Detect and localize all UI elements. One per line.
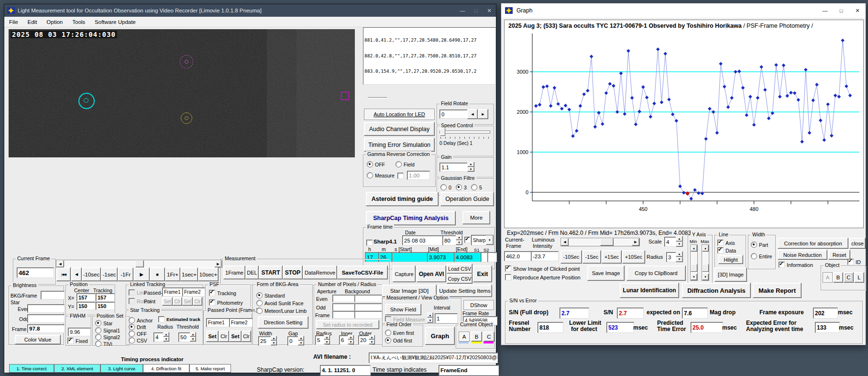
gamma-off-radio[interactable]: OFF [367, 161, 385, 167]
scroll-down-icon[interactable]: ▼ [691, 274, 697, 280]
auto-location-led-button[interactable]: Auto Location for LED [364, 109, 435, 120]
line-axis-checkbox[interactable]: Axis [717, 240, 735, 246]
avoid-sunlit-radio[interactable]: Avoid Sunlit Face [256, 300, 304, 306]
operation-guide-button[interactable]: Operation Guide [440, 192, 494, 206]
title-bar[interactable]: Graph — □ ✕ [501, 3, 866, 18]
linked-set1-button[interactable]: Set [162, 297, 173, 306]
data-remove-button[interactable]: DataRemove [303, 265, 337, 279]
measurement-data-list[interactable]: 881.0,41.2,"",17,27,28.5480,28.6490,17,2… [363, 27, 496, 85]
sharpcap-version-field[interactable]: 4. 1. 11251. 0 [320, 365, 371, 376]
bkg-frame-field[interactable] [41, 291, 65, 299]
anchor-radio[interactable]: Anchor [129, 317, 153, 323]
object-a-button[interactable]: A [459, 332, 470, 342]
diffraction-analysis-button[interactable]: Diffraction Analysis [682, 283, 751, 298]
object-b-button[interactable]: B [471, 332, 482, 342]
object-l-button[interactable]: L [854, 272, 864, 283]
image-3d-button[interactable]: [3D] Image [714, 267, 747, 282]
step-back-button[interactable]: ◀ [71, 267, 82, 281]
meteor-limb-radio[interactable]: Meteor/Lunar Limb [256, 308, 307, 314]
plus-1sec-button[interactable]: 1sec+ [180, 267, 198, 281]
plus-10sec-button[interactable]: 10sec+ [198, 267, 219, 281]
px-even-ap-field[interactable] [332, 295, 356, 302]
gain-input[interactable]: 1.1 [439, 163, 469, 172]
asteroid-guide-button[interactable]: Asteroid timing guide [366, 192, 439, 206]
graph-button[interactable]: Graph [425, 327, 455, 345]
menu-file[interactable]: File [4, 19, 23, 25]
current-frame-field[interactable]: 462 [17, 267, 54, 278]
stop-measure-button[interactable]: STOP [283, 265, 303, 279]
posset-tivi-radio[interactable]: TIVi [95, 341, 112, 347]
mid-field[interactable]: 3.9073 [427, 252, 456, 262]
scroll-down-icon[interactable]: ▼ [702, 274, 709, 280]
pp-clr1-button[interactable]: Clr [219, 331, 229, 342]
st-radius-spinner[interactable]: ▲▼ [163, 332, 169, 342]
menu-edit[interactable]: Edit [23, 19, 42, 25]
x-tracking-field[interactable]: 157 [96, 293, 115, 301]
scroll-left-icon[interactable]: ◀ [56, 260, 64, 267]
open-avi-button[interactable]: Open AVI [417, 265, 446, 282]
pp-frame2-field[interactable]: Frame2 [229, 318, 253, 327]
line-data-checkbox[interactable]: Data [717, 247, 736, 254]
close-button[interactable]: close [849, 238, 866, 249]
start-field[interactable] [392, 252, 429, 262]
graph-scrollbar[interactable]: ◀ ▶ [560, 238, 640, 246]
gamma-measure-radio[interactable]: Measure [367, 172, 395, 178]
show-field-button[interactable]: Show Field [385, 304, 421, 315]
menu-tools[interactable]: Tools [67, 19, 90, 25]
object-c-button[interactable]: C [483, 332, 494, 342]
set-radius-button[interactable]: Set radius to recorded [316, 320, 379, 329]
gaussian-5-radio[interactable]: 5 [471, 184, 482, 190]
video-display[interactable]: 2025 08 03 17:26:04:030 [9, 29, 355, 157]
pp-set1-button[interactable]: Set [206, 331, 219, 342]
s2-field[interactable] [487, 252, 497, 262]
load-csv-button[interactable]: Load CSV [447, 264, 472, 274]
px-odd-bg-field[interactable] [354, 303, 382, 311]
lower-limit-field[interactable]: 523 [606, 322, 634, 333]
minus-1fr-button[interactable]: -1Fr [118, 267, 133, 281]
hilight-button[interactable]: Hilight [718, 255, 743, 264]
px-even-bg-field[interactable] [354, 295, 382, 302]
lunar-identification-button[interactable]: Lunar Identification [620, 283, 679, 298]
minus-1sec-button[interactable]: -1Sec [582, 250, 601, 264]
object-a-button[interactable]: A [823, 272, 833, 283]
tab-light-curve[interactable]: 3. Light curve [100, 364, 143, 373]
minus-10sec-button[interactable]: -10sec [82, 267, 101, 281]
odd-first-radio[interactable]: Odd first [385, 337, 412, 343]
link-checkbox[interactable]: Link [129, 289, 146, 296]
show-image-checkbox[interactable]: Show Image of Clicked point [505, 265, 580, 272]
threshold-spinner[interactable]: ▲▼ [456, 235, 462, 245]
stop-button[interactable]: ■ [150, 267, 165, 281]
linked-frame1-field[interactable]: Frame1 [162, 288, 185, 297]
timing-error-sim-button[interactable]: Timing Error Simulation [364, 138, 435, 152]
selection-square-marker[interactable] [341, 92, 349, 100]
posset-star-radio[interactable]: Star [95, 320, 112, 326]
end-field[interactable]: 4.0083 [454, 252, 483, 262]
yaxis-max-scrollbar[interactable]: ▲▼ [702, 244, 709, 281]
yaxis-min-scrollbar[interactable]: ▲▼ [690, 244, 698, 281]
speed-slider-track[interactable] [439, 131, 490, 133]
copy-csv-button[interactable]: Copy CSV [447, 274, 472, 284]
csv-radio[interactable]: CSV [129, 337, 147, 343]
minimize-icon[interactable]: — [456, 6, 469, 15]
plus-1fr-button[interactable]: 1Fr+ [165, 267, 180, 281]
make-report-button[interactable]: Make Report [753, 283, 802, 298]
light-curve-plot[interactable]: 4504800100020003000 [505, 32, 861, 215]
width-part-radio[interactable]: Part [751, 242, 768, 248]
scrollbar-thumb[interactable] [600, 238, 614, 246]
one-frame-button[interactable]: 1Frame [223, 265, 245, 279]
gaussian-3-radio[interactable]: 3 [456, 184, 467, 190]
expected-on-field[interactable]: 7.6 [682, 308, 708, 319]
tab-xml-element[interactable]: 2. XML element [54, 364, 100, 373]
star-even-field[interactable] [27, 304, 65, 313]
save-csv-button[interactable]: SaveToCSV-File [337, 265, 388, 279]
px-frame-bg-field[interactable] [354, 311, 382, 319]
field-rotate-right-button[interactable]: ▶ [478, 109, 488, 119]
start-button[interactable]: START [259, 265, 283, 279]
tab-time-correct[interactable]: 1. Time correct [9, 364, 54, 373]
reset-button[interactable]: Reset [828, 250, 850, 260]
radius-spinner[interactable]: ▲▼ [676, 251, 683, 262]
tab-diffraction-fit[interactable]: 4. Diffraction fit [143, 364, 189, 373]
title-bar[interactable]: Light Measurement tool for Occultation O… [4, 4, 496, 17]
posset-signal2-radio[interactable]: Signal2 [95, 334, 120, 340]
gamma-value-field[interactable]: 1.00 [407, 171, 430, 180]
